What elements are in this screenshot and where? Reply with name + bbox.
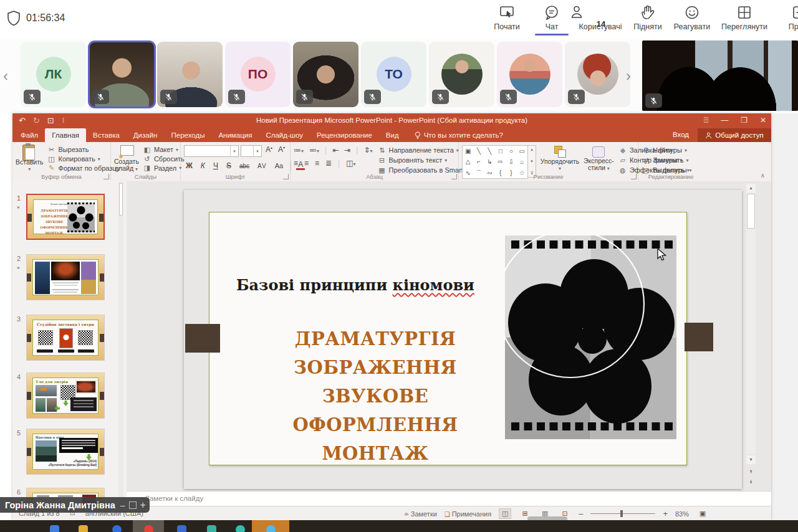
toolbar-react[interactable]: Реагувати bbox=[666, 4, 718, 32]
share-button[interactable]: Общий доступ bbox=[698, 128, 771, 142]
dock-app-icon[interactable] bbox=[207, 525, 216, 532]
align-right-button[interactable]: ≡ bbox=[315, 159, 319, 168]
participant-tile-video[interactable] bbox=[293, 42, 358, 107]
tab-review[interactable]: Рецензирование bbox=[310, 128, 379, 142]
participant-tile-video-large[interactable] bbox=[642, 40, 798, 111]
zoom-slider-thumb[interactable] bbox=[620, 510, 623, 517]
change-case-button[interactable]: Aa bbox=[273, 162, 285, 169]
font-size-combo[interactable]: ▾ bbox=[241, 145, 262, 157]
normal-view-button[interactable]: ◫ bbox=[499, 508, 511, 519]
scroll-right-chevron-icon[interactable]: › bbox=[626, 67, 631, 85]
scroll-down-arrow[interactable]: ▾ bbox=[746, 455, 756, 464]
notes-pane[interactable]: Заметки к слайду bbox=[127, 491, 771, 506]
zoom-reset-overlay-button[interactable] bbox=[129, 501, 137, 509]
reset-button[interactable]: ↺ Сбросить bbox=[143, 154, 185, 164]
scroll-up-arrow[interactable]: ▴ bbox=[746, 184, 756, 192]
zoom-level[interactable]: 83% bbox=[675, 510, 689, 518]
customize-qat-icon[interactable]: ⸾ bbox=[62, 115, 65, 126]
close-button[interactable]: ✕ bbox=[760, 115, 766, 126]
tab-file[interactable]: Файл bbox=[14, 128, 45, 142]
notes-toggle-button[interactable]: ≐ Заметки bbox=[404, 510, 437, 518]
tab-design[interactable]: Дизайн bbox=[127, 128, 165, 142]
participant-tile-video[interactable] bbox=[157, 42, 223, 107]
dock-app-icon[interactable] bbox=[112, 525, 122, 532]
dock-app-icon[interactable] bbox=[266, 525, 276, 532]
zoom-out-button[interactable]: – bbox=[579, 509, 583, 518]
tab-slideshow[interactable]: Слайд-шоу bbox=[259, 128, 310, 142]
line-spacing-button[interactable]: ⇕▾ bbox=[363, 146, 372, 154]
dock-app-icon[interactable] bbox=[144, 525, 153, 532]
layout-button[interactable]: ◧ Макет▾ bbox=[143, 145, 185, 154]
dock-app-icon[interactable] bbox=[236, 525, 245, 532]
tab-transitions[interactable]: Переходы bbox=[164, 128, 211, 142]
bullets-button[interactable]: ≔▾ bbox=[294, 146, 304, 154]
paste-button[interactable]: Вставить ▾ bbox=[16, 144, 44, 173]
participant-tile-initials-lk[interactable]: ЛК bbox=[21, 42, 86, 107]
tab-view[interactable]: Вид bbox=[379, 128, 406, 142]
slide-thumbnail-2[interactable] bbox=[26, 254, 105, 300]
participant-tile-photo[interactable] bbox=[497, 42, 562, 107]
participant-tile-initials-po[interactable]: ПО bbox=[225, 42, 291, 107]
participant-tile-initials-to[interactable]: ТО bbox=[361, 42, 426, 107]
scroll-left-chevron-icon[interactable]: ‹ bbox=[3, 67, 8, 85]
editor-vertical-scrollbar[interactable]: ▴ ▾ ↟ ↡ bbox=[746, 184, 756, 488]
redo-icon[interactable]: ↻ bbox=[33, 115, 40, 126]
slide-thumbnail-5[interactable]: Напливи в кіно «Падіння» (2014) «Пустити… bbox=[26, 429, 105, 475]
sign-in-link[interactable]: Вход bbox=[673, 131, 689, 138]
decrease-indent-button[interactable]: ⇤ bbox=[332, 146, 339, 154]
zoom-out-overlay-button[interactable]: – bbox=[120, 500, 125, 510]
dock-app-icon[interactable] bbox=[50, 525, 59, 532]
restore-button[interactable]: ❐ bbox=[741, 115, 748, 126]
font-name-combo[interactable]: ▾ bbox=[184, 145, 239, 157]
strikethrough-button[interactable]: S bbox=[224, 161, 233, 170]
slide-canvas[interactable]: Базові принципи кіномови ДРАМАТУРГІЯ ЗОБ… bbox=[184, 190, 742, 489]
tab-home[interactable]: Главная bbox=[45, 128, 86, 142]
text-shadow-button[interactable]: abc bbox=[238, 163, 251, 169]
tab-animations[interactable]: Анимация bbox=[211, 128, 259, 142]
fit-to-window-button[interactable]: ▣ bbox=[696, 508, 709, 519]
numbering-button[interactable]: ≕▾ bbox=[309, 146, 319, 154]
ribbon-display-options-icon[interactable]: ⍐ bbox=[704, 115, 708, 126]
justify-button[interactable]: ≣ bbox=[325, 159, 332, 168]
previous-slide-button[interactable]: ↟ bbox=[746, 468, 756, 477]
toolbar-program[interactable]: Прогр bbox=[773, 4, 798, 32]
slide-thumbnail-4[interactable]: Тло для титрів bbox=[26, 373, 105, 419]
paragraph-dialog-launcher[interactable] bbox=[451, 174, 457, 179]
participant-tile-photo[interactable] bbox=[429, 42, 494, 107]
align-center-button[interactable]: ≡ bbox=[304, 159, 309, 168]
zoom-in-button[interactable]: + bbox=[663, 509, 668, 518]
increase-indent-button[interactable]: ⇥ bbox=[344, 146, 350, 154]
slide-thumbnail-1[interactable]: Базові принципи кіномови ДРАМАТУРГІЯ ЗОБ… bbox=[26, 194, 105, 240]
next-slide-button[interactable]: ↡ bbox=[746, 478, 756, 487]
zoom-slider[interactable] bbox=[590, 513, 655, 514]
find-button[interactable]: ⚲ Найти bbox=[642, 145, 700, 155]
tell-me-box[interactable]: Что вы хотите сделать? bbox=[415, 128, 503, 142]
participant-tile-photo[interactable] bbox=[565, 42, 630, 107]
clipboard-dialog-launcher[interactable] bbox=[103, 174, 109, 179]
italic-button[interactable]: К bbox=[199, 161, 207, 170]
replace-button[interactable]: ⇄ Заменить▾ bbox=[642, 155, 700, 165]
undo-icon[interactable]: ↶ bbox=[19, 115, 26, 126]
align-left-button[interactable]: ≡ bbox=[294, 159, 298, 168]
toolbar-view[interactable]: Переглянути bbox=[716, 4, 773, 32]
comments-toggle-button[interactable]: ❑ Примечания bbox=[445, 510, 491, 518]
columns-button[interactable]: ◫▾ bbox=[346, 159, 355, 168]
underline-button[interactable]: Ч bbox=[211, 161, 220, 170]
shrink-font-button[interactable]: А▾ bbox=[276, 145, 287, 157]
slide-thumbnail-3[interactable]: Студійна заставка і титри bbox=[26, 315, 105, 361]
minimize-button[interactable]: — bbox=[721, 115, 728, 126]
dock-app-icon[interactable] bbox=[79, 525, 88, 532]
cut-button[interactable]: ✂ Вырезать bbox=[47, 145, 120, 154]
thumbnail-panel-scrollbar[interactable] bbox=[118, 181, 123, 506]
drawing-dialog-launcher[interactable] bbox=[631, 174, 637, 179]
format-painter-button[interactable]: ✎ Формат по образцу bbox=[47, 163, 120, 173]
new-slide-button[interactable]: ✶ Создать слайд ▾ bbox=[114, 144, 139, 173]
bold-button[interactable]: Ж bbox=[184, 161, 195, 170]
scrollbar-thumb[interactable] bbox=[747, 194, 755, 229]
copy-button[interactable]: ◫ Копировать▾ bbox=[47, 154, 120, 164]
grow-font-button[interactable]: А▴ bbox=[264, 145, 274, 157]
character-spacing-button[interactable]: AV bbox=[256, 163, 269, 169]
participant-tile-video-speaker[interactable] bbox=[89, 42, 155, 107]
font-dialog-launcher[interactable] bbox=[283, 174, 289, 179]
section-button[interactable]: ◨ Раздел▾ bbox=[143, 163, 185, 173]
